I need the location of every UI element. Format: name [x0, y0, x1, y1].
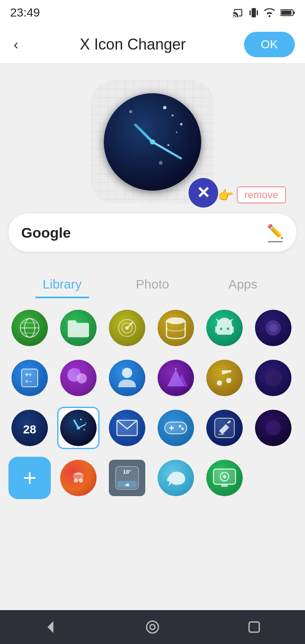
svg-text:28: 28 [23, 423, 36, 436]
svg-point-16 [220, 328, 222, 330]
add-btn[interactable]: + [8, 457, 51, 499]
svg-marker-33 [175, 368, 177, 369]
x-mark-icon: ✕ [197, 185, 210, 201]
tab-library[interactable]: Library [17, 277, 107, 298]
tab-photo[interactable]: Photo [107, 277, 197, 298]
svg-rect-66 [249, 622, 259, 632]
person-blue-icon [109, 360, 145, 396]
bird-blue-icon [158, 460, 194, 496]
svg-point-17 [227, 328, 229, 330]
clock-hand-minute [152, 141, 183, 160]
wifi-icon [263, 8, 275, 17]
svg-rect-2 [257, 10, 258, 15]
list-item[interactable] [106, 307, 148, 349]
edit-navy-icon [206, 410, 243, 446]
svg-rect-1 [250, 10, 251, 15]
svg-point-23 [269, 324, 277, 332]
dark-purple-icon [255, 310, 291, 346]
clock-navy-icon [60, 410, 97, 446]
gamepad-blue-icon [158, 410, 194, 446]
svg-point-15 [166, 317, 185, 324]
svg-point-41 [86, 422, 87, 424]
plus-icon: + [23, 466, 37, 490]
tabs-bar: Library Photo Apps [0, 277, 305, 298]
svg-point-64 [147, 621, 158, 633]
list-item-selected[interactable] [57, 407, 100, 449]
svg-rect-20 [215, 326, 218, 333]
svg-point-40 [80, 419, 82, 420]
calendar-28-icon: 28 [11, 410, 48, 446]
svg-text:18°: 18° [123, 469, 131, 475]
back-button[interactable]: ‹ [10, 33, 22, 56]
list-item[interactable] [155, 407, 197, 449]
list-item[interactable] [57, 457, 100, 499]
svg-point-51 [266, 420, 281, 436]
status-bar: 23:49 [0, 0, 305, 25]
svg-rect-21 [231, 326, 234, 333]
remove-button[interactable]: ✕ [189, 178, 218, 208]
svg-point-42 [83, 429, 85, 430]
preview-area: ✕ 👉 remove Google ✏️ [0, 64, 305, 264]
page-title: X Icon Changer [80, 36, 186, 53]
cast-icon [232, 8, 244, 17]
list-item[interactable] [252, 357, 294, 399]
list-item[interactable] [155, 457, 197, 499]
status-time: 23:49 [10, 6, 40, 19]
list-item[interactable] [203, 357, 246, 399]
bubble-purple-icon [60, 360, 97, 396]
list-item[interactable] [203, 457, 246, 499]
name-bar: Google ✏️ [8, 214, 297, 252]
vibrate-icon [249, 7, 258, 19]
list-item[interactable]: +÷×− [8, 357, 51, 399]
svg-point-61 [223, 475, 226, 478]
list-item[interactable] [155, 307, 197, 349]
svg-point-48 [181, 427, 184, 430]
list-item[interactable] [155, 357, 197, 399]
hand-icon: 👉 [218, 188, 233, 203]
tab-apps[interactable]: Apps [198, 277, 288, 298]
screen-green-icon [206, 460, 243, 496]
nav-recents-button[interactable] [237, 610, 271, 644]
list-item[interactable] [252, 407, 294, 449]
widget-gray-icon: 18°☁️ [109, 460, 145, 496]
pencil-icon: ✏️ [267, 223, 284, 239]
svg-point-65 [150, 625, 155, 630]
svg-text:×−: ×− [25, 378, 32, 385]
clock-face [104, 93, 201, 191]
list-item[interactable] [203, 307, 246, 349]
status-icons [232, 7, 295, 19]
mountain-purple-icon [158, 360, 194, 396]
svg-point-54 [79, 478, 83, 483]
ok-button[interactable]: OK [244, 32, 295, 57]
list-item[interactable] [106, 407, 148, 449]
nav-back-button[interactable] [34, 610, 68, 644]
list-item[interactable] [106, 357, 148, 399]
clock-center [150, 139, 155, 144]
svg-rect-5 [294, 11, 295, 14]
list-item[interactable] [57, 307, 100, 349]
top-bar: ‹ X Icon Changer OK [0, 25, 305, 64]
remove-label-wrapper: 👉 remove [218, 186, 286, 203]
android-teal-icon [206, 310, 243, 346]
clock-icon-circle [104, 93, 201, 191]
svg-point-30 [122, 368, 132, 378]
svg-rect-62 [221, 484, 228, 487]
list-item[interactable]: 28 [8, 407, 51, 449]
svg-text:+÷: +÷ [25, 371, 32, 378]
app-name-text: Google [21, 225, 71, 241]
remove-label: remove [237, 186, 286, 203]
list-item[interactable] [57, 357, 100, 399]
database-yellow-icon [158, 310, 194, 346]
svg-point-29 [73, 368, 80, 375]
dark-circle-2-icon [255, 360, 291, 396]
folder-green-icon [60, 310, 97, 346]
edit-name-button[interactable]: ✏️ [267, 223, 284, 242]
nav-home-button[interactable] [136, 610, 169, 644]
list-item[interactable] [203, 407, 246, 449]
add-new-button[interactable]: + [8, 457, 51, 499]
svg-rect-4 [281, 11, 291, 15]
list-item[interactable] [8, 307, 51, 349]
list-item[interactable]: 18°☁️ [106, 457, 148, 499]
svg-marker-63 [47, 621, 53, 633]
list-item[interactable] [252, 307, 294, 349]
